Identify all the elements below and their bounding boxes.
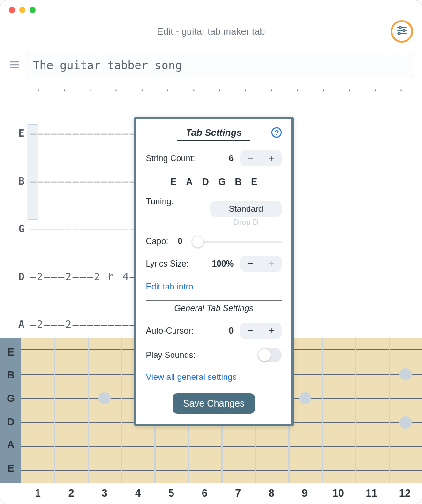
fullscreen-window-button[interactable] <box>30 7 36 13</box>
string-label: A <box>18 317 30 333</box>
fret-number: 3 <box>88 487 121 499</box>
fretboard-string-labels: E B G D A E <box>0 338 21 483</box>
fret-number: 1 <box>21 487 54 499</box>
svg-point-1 <box>399 26 401 28</box>
general-settings-heading: General Tab Settings <box>146 304 282 313</box>
fret-number: 7 <box>221 487 255 499</box>
string-count-stepper: − + <box>240 150 282 166</box>
fret-number: 6 <box>188 487 221 499</box>
play-sounds-label: Play Sounds: <box>146 350 196 360</box>
close-window-button[interactable] <box>9 7 15 13</box>
sliders-icon <box>396 24 408 38</box>
string-count-minus[interactable]: − <box>240 150 261 166</box>
auto-cursor-plus[interactable]: + <box>261 323 282 339</box>
app-window: Edit - guitar tab maker tab . . . . . . … <box>0 0 422 504</box>
tab-settings-modal: Tab Settings ? String Count: 6 − + E A D… <box>134 117 294 426</box>
page-title: Edit - guitar tab maker tab <box>0 0 422 37</box>
lyrics-size-plus[interactable]: + <box>261 256 282 272</box>
fret-number: 8 <box>255 487 288 499</box>
fret-number: 10 <box>322 487 355 499</box>
capo-value: 0 <box>178 237 182 246</box>
string-label: D <box>18 269 30 285</box>
tuning-string: D <box>202 177 209 187</box>
minimize-window-button[interactable] <box>19 7 25 13</box>
fret-number: 9 <box>288 487 321 499</box>
fret-number: 11 <box>355 487 388 499</box>
tuning-strings: E A D G B E <box>146 177 282 187</box>
edit-tab-intro-link[interactable]: Edit tab intro <box>146 282 193 292</box>
fret-numbers: 123456789101112 <box>0 483 422 504</box>
view-all-settings-link[interactable]: View all general settings <box>146 372 237 382</box>
help-icon[interactable]: ? <box>271 127 282 138</box>
tuning-string: A <box>186 177 193 187</box>
drag-handle-icon[interactable] <box>9 59 20 72</box>
modal-title: Tab Settings <box>177 127 250 141</box>
lyrics-size-stepper: − + <box>240 256 282 272</box>
song-title-input[interactable] <box>26 54 413 77</box>
string-label: G <box>0 393 21 405</box>
tuning-string: E <box>251 177 257 187</box>
svg-point-5 <box>398 32 400 34</box>
tuning-selected[interactable]: Standard <box>210 201 282 217</box>
lyrics-size-label: Lyrics Size: <box>146 259 188 269</box>
tuning-string: E <box>170 177 176 187</box>
string-label: B <box>0 369 21 381</box>
svg-point-3 <box>403 30 405 31</box>
capo-label: Capo: <box>146 237 168 246</box>
lyrics-size-minus[interactable]: − <box>240 256 261 272</box>
fret-number: 4 <box>121 487 155 499</box>
string-label: E <box>0 462 21 474</box>
string-label: D <box>0 416 21 428</box>
capo-slider[interactable] <box>192 237 282 246</box>
fret-number: 12 <box>388 487 422 499</box>
save-changes-button[interactable]: Save Changes <box>173 393 255 414</box>
string-count-label: String Count: <box>146 154 195 163</box>
tuning-string: G <box>218 177 226 187</box>
auto-cursor-stepper: − + <box>240 323 282 339</box>
tab-cursor[interactable] <box>27 124 38 220</box>
string-label: E <box>0 346 21 358</box>
string-label: A <box>0 439 21 451</box>
tuning-string: B <box>235 177 241 187</box>
window-traffic-lights <box>9 7 36 13</box>
play-sounds-toggle[interactable] <box>257 348 282 362</box>
string-label: G <box>18 221 30 237</box>
auto-cursor-label: Auto-Cursor: <box>146 326 194 336</box>
tuning-label: Tuning: <box>146 197 173 207</box>
string-count-value: 6 <box>229 154 234 163</box>
fret-number: 2 <box>54 487 88 499</box>
beat-markers: . . . . . . . . . . . . . . . . . . . . … <box>9 77 413 94</box>
lyrics-size-value: 100% <box>212 259 234 269</box>
tuning-option-ghost[interactable]: Drop D <box>210 218 282 227</box>
string-count-plus[interactable]: + <box>261 150 282 166</box>
auto-cursor-value: 0 <box>229 326 234 336</box>
fret-number: 5 <box>155 487 188 499</box>
auto-cursor-minus[interactable]: − <box>240 323 261 339</box>
modal-divider <box>146 300 282 301</box>
tuning-picker[interactable]: Standard Drop D <box>210 200 282 227</box>
